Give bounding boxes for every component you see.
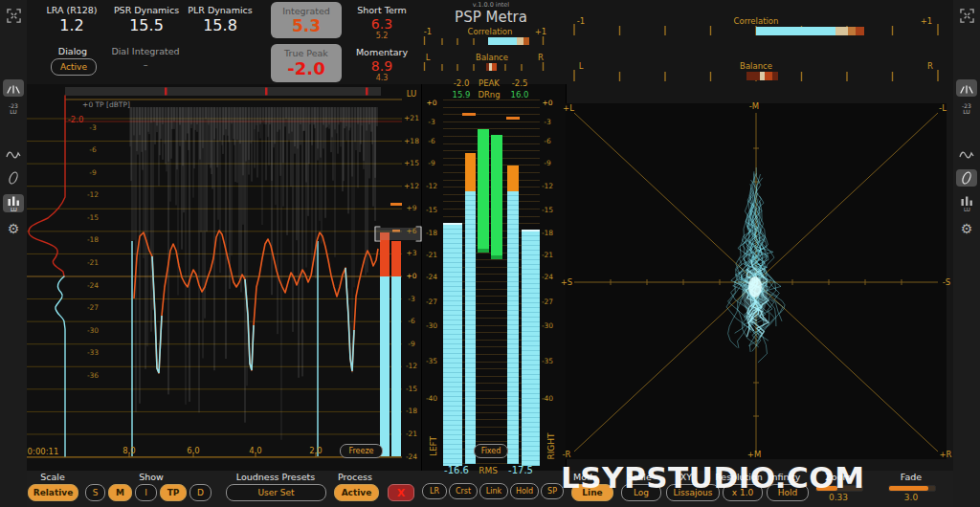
show-i-button[interactable]: I xyxy=(135,484,157,501)
bars-lu-icon: LU xyxy=(7,196,21,211)
meter-scale-label: -15 xyxy=(426,207,437,214)
db-scale-label: -24 xyxy=(87,282,99,290)
true-peak-box: True Peak -2.0 xyxy=(271,44,342,82)
show-d-button[interactable]: D xyxy=(189,484,212,501)
fade-slider[interactable] xyxy=(888,485,936,492)
left-channel-label: LEFT xyxy=(430,436,438,456)
view-goniometer-icon-right[interactable] xyxy=(956,169,977,187)
link-button[interactable]: Link xyxy=(479,483,508,499)
show-m-button[interactable]: M xyxy=(108,484,132,501)
gonio-correlation-mid xyxy=(848,27,856,35)
ellipse-icon xyxy=(6,170,21,186)
freeze-button[interactable]: Freeze xyxy=(340,444,383,458)
db-scale-label: -27 xyxy=(87,304,99,312)
view-lu-bars-icon-right[interactable]: LU xyxy=(956,194,977,212)
watermark: LSYPSTUDIO.COM xyxy=(561,463,865,493)
momentary-value: 8.9 xyxy=(371,59,392,73)
show-tp-button[interactable]: TP xyxy=(160,484,187,501)
settings-gear-icon-right[interactable]: ⚙ xyxy=(956,220,977,237)
peak-meter-right-hot xyxy=(507,165,519,191)
peak-label: PEAK xyxy=(479,79,500,88)
process-close-button[interactable]: X xyxy=(388,484,414,501)
lu-scale-label: -24 xyxy=(406,453,417,461)
true-peak-value: -2.0 xyxy=(271,58,342,78)
dialog-active-button[interactable]: Active xyxy=(51,58,97,76)
scale-relative-button[interactable]: Relative xyxy=(28,484,78,501)
plr-value: 15.8 xyxy=(203,18,237,33)
view-waveform-icon[interactable] xyxy=(3,145,24,163)
crst-button[interactable]: Crst xyxy=(449,483,478,499)
show-group-label: Show xyxy=(139,473,164,482)
time-label: 2.0 xyxy=(309,447,323,455)
corr-min-label: -1 xyxy=(424,28,432,36)
detach-window-icon-right[interactable] xyxy=(956,7,977,24)
meter-scale-label: -12 xyxy=(426,183,437,190)
tp-axis-label: +0 TP [dBTP] xyxy=(82,101,130,109)
meter-scale-label: -24 xyxy=(542,274,553,281)
db-scale-label: -12 xyxy=(87,192,99,200)
meter-scale-label: +0 xyxy=(426,99,436,107)
db-scale-label: -36 xyxy=(87,372,99,380)
correlation-label: Correlation xyxy=(468,28,513,36)
view-meters-icon-right[interactable] xyxy=(956,79,977,97)
meter-scale-label: -9 xyxy=(544,160,550,167)
db-scale-label: -9 xyxy=(89,169,96,177)
peak-meter-left xyxy=(465,153,476,464)
momentary-secondary: 4.3 xyxy=(376,75,389,82)
db-scale-label: -3 xyxy=(89,124,96,132)
gonio-label-bl: -R xyxy=(563,451,571,459)
expand-icon xyxy=(7,9,21,23)
meter-scale-label: -30 xyxy=(542,322,553,330)
lu-scale-label: +21 xyxy=(404,115,419,122)
rms-meter-right xyxy=(522,230,540,466)
lr-button[interactable]: LR xyxy=(422,483,447,499)
gonio-correlation-recent xyxy=(835,27,848,35)
peak-meter-left-body xyxy=(465,191,476,464)
drng-label: DRng xyxy=(478,91,500,99)
gonio-balance-bar-d xyxy=(772,72,778,80)
settings-gear-icon[interactable]: ⚙ xyxy=(3,220,24,237)
right-rms-value: -17.5 xyxy=(508,466,533,475)
loudness-graph-panel xyxy=(27,84,421,471)
dial-integrated-label: Dial Integrated xyxy=(111,47,179,56)
lu-scale-label: -9 xyxy=(408,341,414,348)
view-lu-scale-icon-right[interactable]: -23LU xyxy=(956,100,977,118)
detach-window-icon[interactable] xyxy=(3,7,24,24)
view-waveform-icon-right[interactable] xyxy=(956,145,977,163)
show-s-button[interactable]: S xyxy=(85,484,105,501)
short-term-value: 6.3 xyxy=(371,17,392,31)
lra-label: LRA (R128) xyxy=(46,6,97,15)
hold-meter-button[interactable]: Hold xyxy=(510,483,539,499)
lu-scale-label: -15 xyxy=(406,386,417,393)
fade-group-label: Fade xyxy=(901,473,922,482)
db-scale-label: -33 xyxy=(87,350,99,358)
gonio-corr-max: +1 xyxy=(921,17,933,26)
view-lu-scale-icon[interactable]: -23LU xyxy=(3,100,24,118)
correlation-bar-tip xyxy=(523,37,529,45)
gonio-label-tc: -M xyxy=(749,102,759,111)
db-scale-label: -15 xyxy=(87,214,99,222)
drng-left-value: 15.9 xyxy=(453,91,471,99)
presets-select[interactable]: User Set xyxy=(226,484,326,501)
tp-value-label: -2.0 xyxy=(68,116,84,124)
balance-bar-tip xyxy=(492,63,497,71)
db-scale-label: -30 xyxy=(87,327,99,335)
gonio-label-br: +R xyxy=(939,451,951,459)
true-peak-label: True Peak xyxy=(271,48,342,58)
peak-hold-right xyxy=(506,117,520,120)
meter-scale-label: -12 xyxy=(542,183,553,190)
fixed-button[interactable]: Fixed xyxy=(474,444,508,458)
gonio-label-ml: +S xyxy=(561,278,573,287)
process-active-button[interactable]: Active xyxy=(334,484,379,501)
view-lu-bars-icon[interactable]: LU xyxy=(3,194,24,212)
lra-value: 1.2 xyxy=(59,18,83,33)
waveform-icon xyxy=(959,148,974,161)
goniometer-panel xyxy=(566,103,947,459)
lu-scale-label: -3 xyxy=(408,296,414,303)
view-goniometer-icon[interactable] xyxy=(3,169,24,187)
peak-meter-right xyxy=(507,165,519,464)
waveform-icon xyxy=(6,148,21,161)
view-meters-icon[interactable] xyxy=(3,79,24,97)
process-group-label: Process xyxy=(338,473,372,482)
right-sidebar: -23LU LU ⚙ xyxy=(953,0,980,507)
